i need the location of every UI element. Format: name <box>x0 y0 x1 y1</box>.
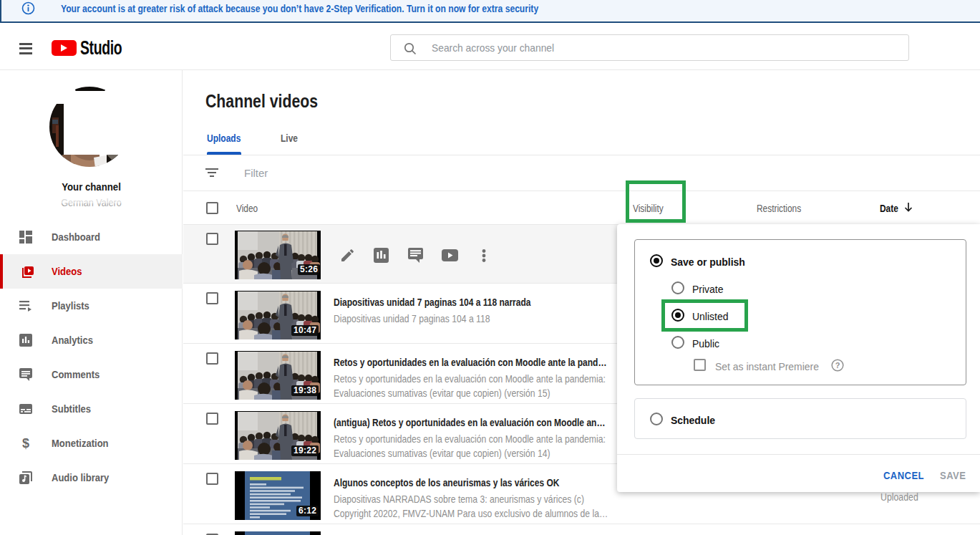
svg-text:?: ? <box>835 361 840 370</box>
svg-text:$: $ <box>22 437 29 450</box>
